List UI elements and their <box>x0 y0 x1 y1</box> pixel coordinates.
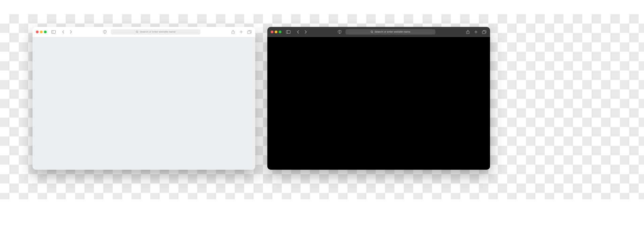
svg-point-2 <box>136 31 138 33</box>
share-button[interactable] <box>465 29 471 35</box>
address-bar[interactable]: Search or enter website name <box>111 29 201 35</box>
address-bar-placeholder: Search or enter website name <box>375 31 411 33</box>
minimize-button[interactable] <box>40 31 43 33</box>
privacy-report-icon[interactable] <box>337 29 342 35</box>
address-bar[interactable]: Search or enter website name <box>345 29 435 35</box>
page-viewport <box>267 37 490 170</box>
svg-line-3 <box>138 32 138 33</box>
browser-window-light: Search or enter website name <box>33 27 255 170</box>
traffic-lights <box>271 31 281 33</box>
svg-point-10 <box>371 31 372 33</box>
sidebar-toggle-icon[interactable] <box>51 29 56 35</box>
back-button[interactable] <box>61 29 66 35</box>
new-tab-button[interactable] <box>473 29 479 35</box>
forward-button[interactable] <box>68 29 73 35</box>
toolbar: Search or enter website name <box>267 27 490 37</box>
browser-window-dark: Search or enter website name <box>267 27 490 170</box>
page-viewport <box>33 37 255 170</box>
tab-overview-button[interactable] <box>481 29 487 35</box>
maximize-button[interactable] <box>279 31 281 33</box>
svg-rect-7 <box>247 31 250 34</box>
forward-button[interactable] <box>303 29 308 35</box>
toolbar: Search or enter website name <box>33 27 255 37</box>
privacy-report-icon[interactable] <box>102 29 107 35</box>
svg-rect-0 <box>51 31 55 34</box>
maximize-button[interactable] <box>44 31 47 33</box>
sidebar-toggle-icon[interactable] <box>285 29 291 35</box>
svg-rect-8 <box>286 31 290 34</box>
new-tab-button[interactable] <box>238 29 244 35</box>
close-button[interactable] <box>36 31 39 33</box>
minimize-button[interactable] <box>275 31 277 33</box>
share-button[interactable] <box>230 29 236 35</box>
traffic-lights <box>36 31 47 33</box>
back-button[interactable] <box>296 29 301 35</box>
svg-rect-15 <box>482 31 485 34</box>
search-icon <box>136 31 139 33</box>
address-bar-placeholder: Search or enter website name <box>140 31 176 33</box>
search-icon <box>371 31 373 33</box>
tab-overview-button[interactable] <box>247 29 252 35</box>
svg-line-11 <box>372 32 373 33</box>
close-button[interactable] <box>271 31 273 33</box>
